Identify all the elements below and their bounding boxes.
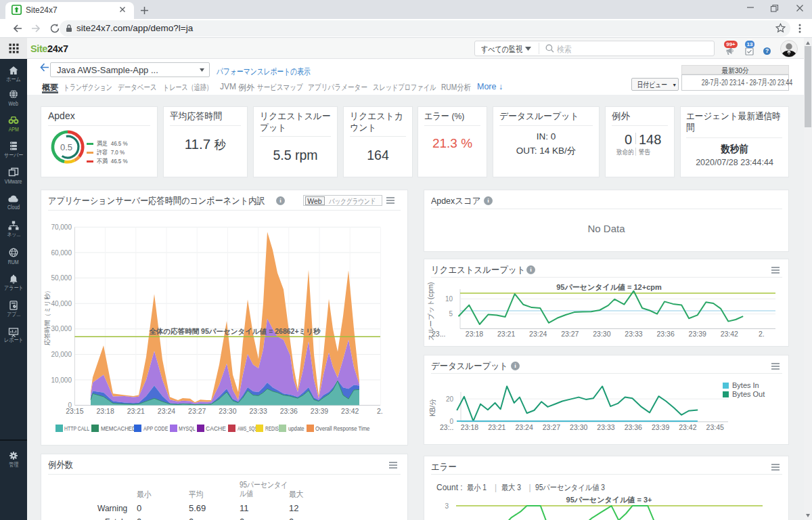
svg-text:23:21: 23:21 — [497, 330, 515, 338]
svg-text:23:39: 23:39 — [652, 423, 669, 431]
svg-text:23:15: 23:15 — [66, 407, 83, 415]
svg-text:40,000: 40,000 — [51, 300, 72, 307]
svg-text:23:24: 23:24 — [529, 330, 547, 338]
svg-text:23:39: 23:39 — [311, 407, 328, 415]
svg-text:スループット(cpm): スループット(cpm) — [427, 282, 434, 341]
svg-text:23:27: 23:27 — [561, 330, 579, 338]
svg-text:23:33: 23:33 — [625, 330, 642, 338]
svg-text:23:45: 23:45 — [706, 423, 724, 431]
svg-text:10,000: 10,000 — [51, 376, 72, 384]
svg-text:23:27: 23:27 — [188, 407, 206, 415]
svg-text:23:30: 23:30 — [570, 423, 587, 431]
svg-text:23:24: 23:24 — [158, 407, 175, 415]
svg-text:23:36: 23:36 — [280, 407, 298, 415]
svg-text:KB/分: KB/分 — [429, 399, 436, 416]
svg-text:23:39: 23:39 — [689, 330, 706, 338]
svg-text:23:18: 23:18 — [466, 330, 483, 338]
svg-text:23:36: 23:36 — [625, 423, 642, 431]
svg-text:23:42: 23:42 — [341, 407, 359, 415]
svg-text:23:30: 23:30 — [219, 407, 236, 415]
svg-text:応答時間（ミリ秒）: 応答時間（ミリ秒） — [43, 287, 51, 345]
svg-text:3: 3 — [445, 502, 449, 510]
svg-text:23:33: 23:33 — [597, 423, 614, 431]
svg-text:Bytes Out: Bytes Out — [732, 390, 765, 398]
svg-text:23:21: 23:21 — [127, 407, 145, 415]
svg-text:60,000: 60,000 — [51, 249, 72, 257]
svg-text:2.: 2. — [377, 407, 383, 415]
svg-text:10: 10 — [445, 295, 453, 303]
svg-text:70,000: 70,000 — [51, 223, 72, 231]
svg-text:23:42: 23:42 — [679, 423, 696, 431]
svg-text:23:18: 23:18 — [461, 423, 478, 431]
svg-text:Bytes In: Bytes In — [732, 381, 759, 389]
svg-text:23:36: 23:36 — [656, 330, 674, 338]
svg-text:5: 5 — [449, 310, 453, 318]
svg-text:50,000: 50,000 — [51, 274, 72, 282]
svg-text:20,000: 20,000 — [51, 351, 72, 358]
svg-text:23:24: 23:24 — [515, 423, 533, 431]
svg-text:23:30: 23:30 — [593, 330, 610, 338]
svg-text:20: 20 — [446, 395, 454, 403]
svg-text:95パーセンタイル値 = 3+: 95パーセンタイル値 = 3+ — [566, 496, 652, 504]
svg-text:23:18: 23:18 — [96, 407, 114, 415]
svg-text:全体の応答時間 95パーセンタイル値 = 26862+ミリ秒: 全体の応答時間 95パーセンタイル値 = 26862+ミリ秒 — [149, 327, 321, 336]
svg-text:23:21: 23:21 — [488, 423, 505, 431]
svg-text:30,000: 30,000 — [51, 325, 72, 332]
svg-text:23:27: 23:27 — [543, 423, 560, 431]
svg-text:23:42: 23:42 — [721, 330, 738, 338]
svg-text:23:..: 23:.. — [440, 423, 453, 431]
svg-text:2.: 2. — [759, 330, 765, 338]
svg-text:95パーセンタイル値 = 12+cpm: 95パーセンタイル値 = 12+cpm — [556, 283, 662, 291]
svg-text:23:33: 23:33 — [249, 407, 267, 415]
